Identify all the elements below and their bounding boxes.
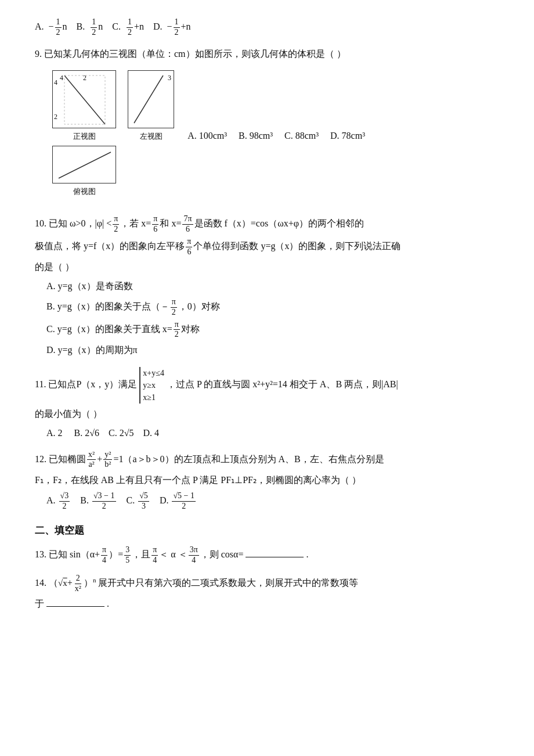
q9-opt-a: A. 100cm³ <box>187 131 227 141</box>
side-view-label: 左视图 <box>128 129 174 143</box>
q9-opt-c: C. 88cm³ <box>284 131 319 141</box>
frac-d: 12 <box>174 17 180 38</box>
front-view-box: 4 2 4 2 <box>52 70 116 128</box>
side-view-svg <box>128 71 175 129</box>
q11-options: A. 2 B. 2√6 C. 2√5 D. 4 <box>46 425 499 442</box>
q11-system: x+y≤4 y≥x x≥1 <box>139 367 164 404</box>
q8-options-line: A. −12n B. 12n C. 12+n D. −12+n <box>35 17 499 38</box>
front-view-svg <box>53 71 117 129</box>
q11-block: 11. 已知点P（x，y）满足 x+y≤4 y≥x x≥1 ，过点 P 的直线与… <box>35 367 499 442</box>
frac-2-x2: 2x² <box>74 574 82 594</box>
q14-sqrt-x: √x <box>58 578 67 588</box>
q9-opts-inline: A. 100cm³ B. 98cm³ C. 88cm³ D. 78cm³ <box>176 131 365 141</box>
svg-line-3 <box>59 152 111 178</box>
front-view-label: 正视图 <box>52 129 116 143</box>
top-view-wrapper: 俯视图 <box>52 146 116 198</box>
diagram-bottom-row: 俯视图 <box>52 146 116 198</box>
top-view-svg <box>53 146 117 184</box>
q8-options: A. −12n B. 12n C. 12+n D. −12+n <box>35 17 499 38</box>
q11-line2: 的最小值为（ ） <box>35 406 499 423</box>
q10-line3: 的是（ ） <box>35 259 499 276</box>
frac-3pi-4: 3π4 <box>189 545 199 566</box>
frac-3-5: 35 <box>124 545 131 566</box>
q10-opt-a: A. y=g（x）是奇函数 <box>46 278 499 295</box>
q9-label: 9. <box>35 49 42 59</box>
q13-line1: 13. 已知 sin（α+π4）=35，且π4＜ α ＜3π4，则 cosα=. <box>35 545 499 566</box>
frac-sqrt5-1-2: √5 − 12 <box>172 491 196 512</box>
frac-pi-6: π6 <box>152 214 158 235</box>
q11-line1: 11. 已知点P（x，y）满足 x+y≤4 y≥x x≥1 ，过点 P 的直线与… <box>35 367 499 404</box>
q10-opt-b: B. y=g（x）的图象关于点（－π2，0）对称 <box>46 297 499 318</box>
frac-y2-b2: y²b² <box>103 450 112 470</box>
side-view-box: 3 <box>128 70 174 128</box>
q9-opt-b: B. 98cm³ <box>239 131 273 141</box>
frac-sqrt3-2: √32 <box>59 491 70 512</box>
q10-line1: 10. 已知 ω>0，|φ| <π2，若 x=π6和 x=7π6是函数 f（x）… <box>35 214 499 235</box>
q9-diagram: 4 2 4 2 正视图 <box>52 70 174 200</box>
q13-blank <box>246 557 304 557</box>
q12-block: 12. 已知椭圆x²a²+y²b²=1（a＞b＞0）的左顶点和上顶点分别为 A、… <box>35 450 499 512</box>
sys-line1: x+y≤4 <box>143 367 164 379</box>
q14-n-power: n <box>93 576 96 583</box>
q10-block: 10. 已知 ω>0，|φ| <π2，若 x=π6和 x=7π6是函数 f（x）… <box>35 214 499 359</box>
q12-line1: 12. 已知椭圆x²a²+y²b²=1（a＞b＞0）的左顶点和上顶点分别为 A、… <box>35 450 499 470</box>
diagram-container: 4 2 4 2 正视图 <box>52 70 174 200</box>
q13-block: 13. 已知 sin（α+π4）=35，且π4＜ α ＜3π4，则 cosα=. <box>35 545 499 566</box>
diagram-top-row: 4 2 4 2 正视图 <box>52 70 174 143</box>
q10-line2: 极值点，将 y=f（x）的图象向左平移π6个单位得到函数 y=g（x）的图象，则… <box>35 237 499 257</box>
frac-7pi-6: 7π6 <box>182 214 193 235</box>
q9-block: 9. 已知某几何体的三视图（单位：cm）如图所示，则该几何体的体积是（ ） 4 … <box>35 46 499 207</box>
q14-line2: 于. <box>35 596 499 613</box>
q14-block: 14. （√x+2x²）n 展开式中只有第六项的二项式系数最大，则展开式中的常数… <box>35 574 499 613</box>
frac-sqrt3-1-2: √3 − 12 <box>92 491 116 512</box>
q14-blank <box>46 606 104 607</box>
svg-line-0 <box>64 75 105 124</box>
frac-a: 12 <box>55 17 62 38</box>
section2-title: 二、填空题 <box>35 522 499 540</box>
frac-x2-a2: x²a² <box>87 450 96 470</box>
sys-line2: y≥x <box>143 379 164 391</box>
q14-line1: 14. （√x+2x²）n 展开式中只有第六项的二项式系数最大，则展开式中的常数… <box>35 574 499 594</box>
q9-content: 已知某几何体的三视图（单位：cm）如图所示，则该几何体的体积是（ ） <box>44 49 346 59</box>
front-view-wrapper: 4 2 4 2 正视图 <box>52 70 116 143</box>
frac-b: 12 <box>91 17 97 38</box>
frac-c: 12 <box>127 17 133 38</box>
frac-pi-4: π4 <box>101 545 107 566</box>
q12-line2: F₁，F₂，在线段 AB 上有且只有一个点 P 满足 PF₁⊥PF₂，则椭圆的离… <box>35 472 499 489</box>
q10-opt-d: D. y=g（x）的周期为π <box>46 342 499 359</box>
q9-text: 9. 已知某几何体的三视图（单位：cm）如图所示，则该几何体的体积是（ ） <box>35 46 499 63</box>
top-view-box <box>52 146 116 183</box>
q9-opt-d: D. 78cm³ <box>330 131 365 141</box>
top-view-label: 俯视图 <box>52 185 116 198</box>
side-view-wrapper: 3 左视图 <box>128 70 174 143</box>
frac-pi-2: π2 <box>113 214 119 235</box>
frac-pi-4-2: π4 <box>151 545 158 566</box>
frac-pi-2-b: π2 <box>171 297 177 318</box>
frac-pi-6-shift: π6 <box>186 237 192 257</box>
sys-line3: x≥1 <box>143 391 164 404</box>
frac-pi-2-c: π2 <box>174 320 180 340</box>
svg-line-2 <box>134 75 163 123</box>
section2-label: 二、填空题 <box>35 525 84 536</box>
q12-options: A. √32 B. √3 − 12 C. √53 D. √5 − 12 <box>46 491 499 512</box>
frac-sqrt5-3: √53 <box>138 491 149 512</box>
q10-opt-c: C. y=g（x）的图象关于直线 x=π2对称 <box>46 320 499 340</box>
